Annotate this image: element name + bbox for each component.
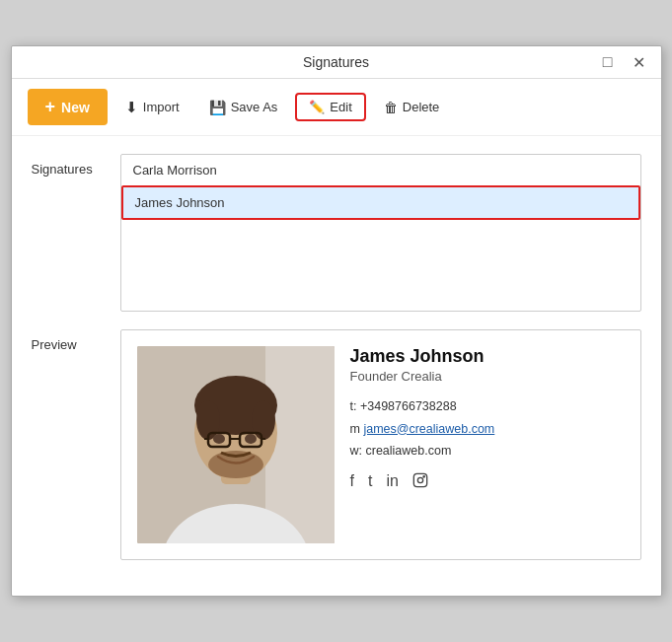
signature-item-carla[interactable]: Carla Morrison xyxy=(121,155,640,185)
delete-label: Delete xyxy=(403,100,440,114)
email-link[interactable]: james@crealiaweb.com xyxy=(363,422,494,436)
content-area: Signatures Carla Morrison James Johnson … xyxy=(12,136,661,596)
close-button[interactable]: ✕ xyxy=(628,50,651,74)
preview-photo xyxy=(137,346,335,543)
save-as-label: Save As xyxy=(231,100,278,114)
website-label: w: xyxy=(350,444,363,458)
website-value: crealiaweb.com xyxy=(365,444,451,458)
svg-point-13 xyxy=(213,434,225,444)
instagram-icon[interactable] xyxy=(412,472,428,492)
phone-label: t: xyxy=(350,399,357,413)
phone-value: +3498766738288 xyxy=(360,399,457,413)
preview-label: Preview xyxy=(32,329,120,352)
preview-person-title: Founder Crealia xyxy=(350,369,625,384)
preview-person-name: James Johnson xyxy=(350,346,625,367)
signatures-row: Signatures Carla Morrison James Johnson xyxy=(32,154,641,312)
svg-point-17 xyxy=(417,477,422,482)
titlebar: Signatures □ ✕ xyxy=(12,46,661,79)
delete-button[interactable]: 🗑 Delete xyxy=(372,93,452,122)
linkedin-icon[interactable]: in xyxy=(386,472,398,492)
svg-point-18 xyxy=(423,475,424,476)
preview-contact: t: +3498766738288 m james@crealiaweb.com… xyxy=(350,395,625,463)
email-label: m xyxy=(350,422,360,436)
preview-info: James Johnson Founder Crealia t: +349876… xyxy=(350,346,625,492)
signatures-label: Signatures xyxy=(32,154,120,177)
facebook-icon[interactable]: f xyxy=(350,472,354,492)
save-icon: 💾 xyxy=(209,100,226,115)
svg-point-14 xyxy=(245,434,257,444)
dialog-title: Signatures xyxy=(303,54,369,70)
edit-icon: ✏️ xyxy=(309,100,325,114)
preview-row: Preview xyxy=(32,329,641,560)
plus-icon: + xyxy=(45,97,56,117)
maximize-button[interactable]: □ xyxy=(596,50,620,74)
import-icon: ⬇ xyxy=(125,99,138,116)
edit-button[interactable]: ✏️ Edit xyxy=(295,93,365,121)
import-button[interactable]: ⬇ Import xyxy=(113,92,191,123)
social-links: f t in xyxy=(350,472,625,492)
carla-name: Carla Morrison xyxy=(133,163,217,178)
svg-rect-16 xyxy=(413,473,426,486)
preview-box: James Johnson Founder Crealia t: +349876… xyxy=(120,329,641,560)
new-label: New xyxy=(61,100,90,115)
signatures-list[interactable]: Carla Morrison James Johnson xyxy=(120,154,641,312)
import-label: Import xyxy=(143,100,180,114)
signature-item-james[interactable]: James Johnson xyxy=(121,185,640,220)
titlebar-controls: □ ✕ xyxy=(596,50,651,74)
james-name: James Johnson xyxy=(135,195,225,210)
twitter-icon[interactable]: t xyxy=(368,472,372,492)
save-as-button[interactable]: 💾 Save As xyxy=(197,93,290,122)
delete-icon: 🗑 xyxy=(384,100,398,115)
toolbar: + New ⬇ Import 💾 Save As ✏️ Edit 🗑 Delet… xyxy=(12,79,661,136)
edit-label: Edit xyxy=(330,100,351,114)
signatures-dialog: Signatures □ ✕ + New ⬇ Import 💾 Save As … xyxy=(11,45,662,597)
signature-item-empty[interactable] xyxy=(121,220,640,250)
new-button[interactable]: + New xyxy=(28,89,108,125)
